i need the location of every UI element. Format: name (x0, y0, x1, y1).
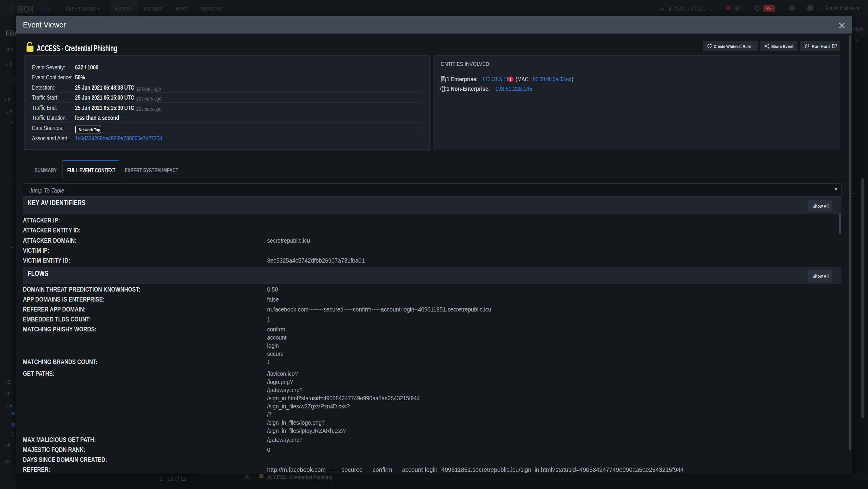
svg-text:?: ? (809, 6, 812, 10)
